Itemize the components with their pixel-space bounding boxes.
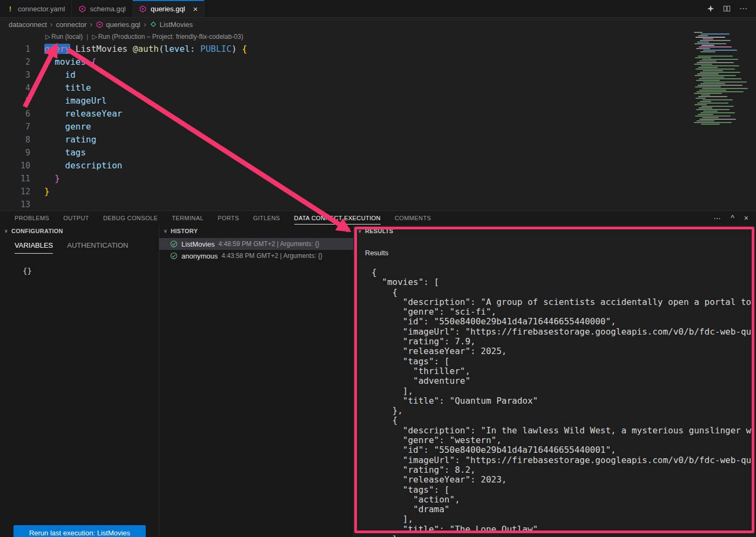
split-editor-icon[interactable] <box>723 5 731 12</box>
panel-tab-data-connect-execution[interactable]: DATA CONNECT EXECUTION <box>294 215 381 221</box>
code-line[interactable]: 11 } <box>0 172 756 185</box>
editor[interactable]: ▷Run (local) | ▷Run (Production – Projec… <box>0 31 756 210</box>
history-entry-meta: 4:43:58 PM GMT+2 | Arguments: {} <box>221 252 322 260</box>
minimap-line <box>697 73 719 74</box>
sparkle-icon[interactable] <box>707 5 714 12</box>
code-line[interactable]: 5 imageUrl <box>0 94 756 107</box>
run-production-link[interactable]: ▷Run (Production – Project: friendly-fli… <box>92 33 243 40</box>
minimap-line <box>701 45 714 46</box>
code-line[interactable]: 4 title <box>0 81 756 94</box>
minimap-line <box>701 94 710 96</box>
tab-schema.gql[interactable]: schema.gql <box>72 0 132 17</box>
code-text: movies { <box>44 56 96 69</box>
minimap-line <box>698 35 708 36</box>
breadcrumb-item-ListMovies[interactable]: ListMovies <box>150 21 193 29</box>
minimap-line <box>701 124 720 125</box>
minimap-line <box>695 57 711 58</box>
minimap-line <box>698 96 727 97</box>
minimap-line <box>702 117 719 118</box>
code-line[interactable]: 9 tags <box>0 146 756 159</box>
panel-tab-comments[interactable]: COMMENTS <box>395 215 431 221</box>
results-title: RESULTS <box>365 228 394 234</box>
warning-icon: ! <box>6 5 14 13</box>
code-text: } <box>44 172 60 185</box>
panel-tab-gitlens[interactable]: GITLENS <box>253 215 280 221</box>
history-entry-meta: 4:48:59 PM GMT+2 | Arguments: {} <box>218 240 319 248</box>
results-header[interactable]: ∨ RESULTS <box>354 225 756 237</box>
symbol-icon <box>150 21 157 28</box>
history-entry-ListMovies[interactable]: ListMovies4:48:59 PM GMT+2 | Arguments: … <box>159 238 353 250</box>
vscode-window: !connector.yamlschema.gqlqueries.gql× ⋯ … <box>0 0 756 537</box>
configuration-header[interactable]: ∨ CONFIGURATION <box>0 225 159 237</box>
run-local-link[interactable]: ▷Run (local) <box>45 33 83 40</box>
play-icon: ▷ <box>92 33 97 40</box>
line-number: 5 <box>0 94 30 107</box>
tab-queries.gql[interactable]: queries.gql× <box>133 0 205 17</box>
minimap-line <box>701 65 739 66</box>
code-text: query ListMovies @auth(level: PUBLIC) { <box>44 43 247 56</box>
code-line[interactable]: 2 movies { <box>0 56 756 69</box>
minimap-line <box>703 81 747 83</box>
history-header[interactable]: ∨ HISTORY <box>159 225 353 237</box>
panel-tab-ports[interactable]: PORTS <box>218 215 239 221</box>
code-line[interactable]: 10 description <box>0 159 756 172</box>
breadcrumb-item-dataconnect[interactable]: dataconnect <box>9 21 47 29</box>
tab-label: schema.gql <box>90 5 125 13</box>
code-text: imageUrl <box>44 94 107 107</box>
configuration-title: CONFIGURATION <box>11 228 63 234</box>
check-icon <box>170 252 178 260</box>
panel-tab-problems[interactable]: PROBLEMS <box>15 215 49 221</box>
minimap-line <box>697 103 728 104</box>
minimap-line <box>696 80 720 81</box>
code-line[interactable]: 8 rating <box>0 133 756 146</box>
minimap-line <box>694 104 707 105</box>
minimap-line <box>700 40 731 41</box>
minimap-line <box>702 59 738 60</box>
line-number: 10 <box>0 159 30 172</box>
codelens: ▷Run (local) | ▷Run (Production – Projec… <box>0 31 756 43</box>
chevron-down-icon: ∨ <box>4 228 8 234</box>
minimap-line <box>697 42 709 43</box>
panel-tab-list: PROBLEMSOUTPUTDEBUG CONSOLETERMINALPORTS… <box>15 215 431 221</box>
minimap-line <box>696 48 710 49</box>
panel-tab-output[interactable]: OUTPUT <box>63 215 89 221</box>
minimap-line <box>698 67 718 68</box>
results-label: Results <box>354 249 756 257</box>
tab-connector.yaml[interactable]: !connector.yaml <box>0 0 72 17</box>
results-json[interactable]: { "movies": [ { "description": "A group … <box>354 268 756 537</box>
line-number: 11 <box>0 172 30 185</box>
history-entry-anonymous[interactable]: anonymous4:43:58 PM GMT+2 | Arguments: {… <box>159 250 353 262</box>
code-line[interactable]: 1query ListMovies @auth(level: PUBLIC) { <box>0 43 756 56</box>
breadcrumb-item-queries.gql[interactable]: queries.gql <box>96 21 140 29</box>
minimap-line <box>697 62 734 63</box>
code-line[interactable]: 6 releaseYear <box>0 107 756 120</box>
code-line[interactable]: 7 genre <box>0 120 756 133</box>
line-number: 4 <box>0 81 30 94</box>
more-actions-icon[interactable]: ⋯ <box>739 4 747 13</box>
minimap-line <box>698 114 713 115</box>
minimap-line <box>703 38 713 39</box>
graphql-icon <box>78 5 86 12</box>
minimap-line <box>701 33 730 35</box>
graphql-icon <box>96 21 103 28</box>
minimap-line <box>700 51 716 52</box>
minimap-line <box>699 119 736 120</box>
tab-close-icon[interactable]: × <box>193 5 198 13</box>
panel-close-icon[interactable]: × <box>744 214 748 222</box>
code-line[interactable]: 12} <box>0 185 756 198</box>
code-line[interactable]: 13 <box>0 198 756 210</box>
rerun-button[interactable]: Rerun last execution: ListMovies <box>14 525 146 537</box>
minimap-line <box>698 85 742 86</box>
codelens-separator: | <box>86 33 88 40</box>
config-tab-authentication[interactable]: AUTHENTICATION <box>67 241 128 254</box>
variables-value[interactable]: {} <box>0 267 159 275</box>
panel-maximize-icon[interactable]: ^ <box>731 214 734 222</box>
minimap[interactable] <box>693 32 756 130</box>
code-line[interactable]: 3 id <box>0 69 756 81</box>
chevron-down-icon: ∨ <box>358 228 362 234</box>
panel-more-icon[interactable]: ⋯ <box>713 214 721 222</box>
breadcrumb-item-connector[interactable]: connector <box>56 21 87 29</box>
panel-tab-terminal[interactable]: TERMINAL <box>172 215 204 221</box>
panel-tab-debug-console[interactable]: DEBUG CONSOLE <box>103 215 158 221</box>
config-tab-variables[interactable]: VARIABLES <box>15 241 53 254</box>
